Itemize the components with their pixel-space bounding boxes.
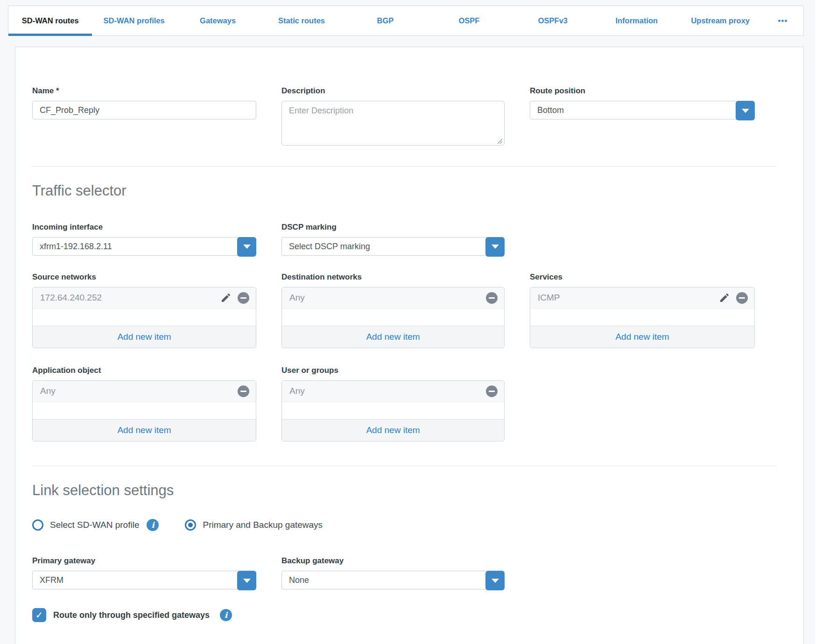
dscp-marking-field-group: DSCP marking Select DSCP marking xyxy=(281,223,505,256)
tab-ospf[interactable]: OSPF xyxy=(427,6,511,35)
traffic-selects-row: Incoming interface xfrm1-192.168.2.11 DS… xyxy=(32,223,787,256)
tab-bgp[interactable]: BGP xyxy=(344,6,427,35)
edit-icon[interactable] xyxy=(220,292,232,303)
tab-label: Information xyxy=(615,16,658,25)
tab-label: Gateways xyxy=(200,16,236,25)
tab-label: Static routes xyxy=(278,16,325,25)
name-input[interactable] xyxy=(32,101,256,119)
services-listbox: ICMP Add new item xyxy=(530,287,755,348)
source-networks-label: Source networks xyxy=(32,273,256,282)
primary-gateway-label: Primary gateway xyxy=(32,556,256,566)
incoming-interface-value: xfrm1-192.168.2.11 xyxy=(33,238,256,255)
section-divider xyxy=(32,166,777,167)
incoming-interface-select[interactable]: xfrm1-192.168.2.11 xyxy=(32,237,256,256)
description-field-group: Description xyxy=(281,86,505,147)
backup-gateway-field-group: Backup gateway None xyxy=(281,556,505,589)
tab-sd-wan-profiles[interactable]: SD-WAN profiles xyxy=(92,6,176,35)
radio-label: Primary and Backup gateways xyxy=(203,520,323,530)
chevron-down-icon[interactable] xyxy=(485,237,505,257)
more-tabs-button[interactable]: ••• xyxy=(762,6,803,35)
application-object-listbox: Any Add new item xyxy=(32,380,256,441)
chevron-down-icon[interactable] xyxy=(736,101,755,120)
chevron-down-icon[interactable] xyxy=(485,571,505,590)
route-position-select[interactable]: Bottom xyxy=(530,101,755,119)
primary-gateway-field-group: Primary gateway XFRM xyxy=(32,556,256,589)
tab-label: SD-WAN profiles xyxy=(104,16,165,25)
listbox-empty-area xyxy=(33,402,256,419)
list-item: Any xyxy=(282,287,504,309)
backup-gateway-select[interactable]: None xyxy=(281,571,505,589)
backup-gateway-value: None xyxy=(282,571,504,589)
list-item: Any xyxy=(33,381,256,402)
add-new-item-button[interactable]: Add new item xyxy=(282,326,504,348)
tab-sd-wan-routes[interactable]: SD-WAN routes xyxy=(8,6,92,35)
services-label: Services xyxy=(530,273,755,282)
list-item-value: Any xyxy=(289,386,486,396)
route-only-checkbox[interactable]: ✓ xyxy=(32,608,46,622)
chevron-down-icon[interactable] xyxy=(237,571,256,590)
application-object-group: Application object Any Add new item xyxy=(32,366,256,441)
incoming-interface-label: Incoming interface xyxy=(32,223,256,232)
listbox-empty-area xyxy=(282,309,504,326)
application-users-row: Application object Any Add new item User… xyxy=(32,366,787,441)
tab-static-routes[interactable]: Static routes xyxy=(260,6,343,35)
primary-gateway-value: XFRM xyxy=(33,571,256,589)
services-group: Services ICMP Add new item xyxy=(530,273,755,348)
user-or-groups-group: User or groups Any Add new item xyxy=(281,366,505,441)
tab-label: OSPF xyxy=(458,16,479,25)
tab-ospfv3[interactable]: OSPFv3 xyxy=(511,6,595,35)
backup-gateway-label: Backup gateway xyxy=(281,556,505,566)
description-textarea[interactable] xyxy=(281,101,505,146)
add-new-item-button[interactable]: Add new item xyxy=(33,326,256,348)
add-new-item-button[interactable]: Add new item xyxy=(530,326,754,348)
info-icon[interactable]: i xyxy=(147,519,159,531)
source-networks-listbox: 172.64.240.252 Add new item xyxy=(32,287,256,348)
user-or-groups-listbox: Any Add new item xyxy=(281,380,505,441)
destination-networks-group: Destination networks Any Add new item xyxy=(281,273,505,348)
general-settings-row: Name * Description Route position Bottom xyxy=(32,86,787,147)
chevron-down-icon[interactable] xyxy=(237,237,256,257)
primary-gateway-select[interactable]: XFRM xyxy=(32,571,256,589)
traffic-selector-heading: Traffic selector xyxy=(32,182,787,199)
user-or-groups-label: User or groups xyxy=(281,366,505,375)
radio-select-sdwan-profile[interactable] xyxy=(32,519,43,531)
destination-networks-label: Destination networks xyxy=(281,273,505,282)
application-object-label: Application object xyxy=(32,366,256,375)
tab-label: SD-WAN routes xyxy=(22,16,79,25)
networks-services-row: Source networks 172.64.240.252 Add new i… xyxy=(32,273,787,348)
incoming-interface-field-group: Incoming interface xfrm1-192.168.2.11 xyxy=(32,223,256,256)
gateways-row: Primary gateway XFRM Backup gateway None xyxy=(32,556,787,589)
source-networks-group: Source networks 172.64.240.252 Add new i… xyxy=(32,273,256,348)
remove-item-icon[interactable] xyxy=(486,385,498,397)
ellipsis-icon: ••• xyxy=(778,16,788,26)
tab-label: BGP xyxy=(377,16,394,25)
link-selection-radio-row: Select SD-WAN profile i Primary and Back… xyxy=(32,519,787,531)
info-icon[interactable]: i xyxy=(220,609,232,621)
remove-item-icon[interactable] xyxy=(736,292,748,304)
dscp-marking-label: DSCP marking xyxy=(281,223,505,232)
list-item: 172.64.240.252 xyxy=(33,287,256,309)
list-item: ICMP xyxy=(530,287,754,309)
list-item-value: Any xyxy=(40,386,238,396)
route-position-value: Bottom xyxy=(530,101,754,119)
remove-item-icon[interactable] xyxy=(238,292,249,304)
radio-primary-backup-gateways[interactable] xyxy=(185,519,196,531)
route-only-row: ✓ Route only through specified gateways … xyxy=(32,608,787,622)
listbox-empty-area xyxy=(282,402,504,419)
tab-gateways[interactable]: Gateways xyxy=(176,6,260,35)
list-item: Any xyxy=(282,381,504,402)
remove-item-icon[interactable] xyxy=(486,292,498,304)
add-new-item-button[interactable]: Add new item xyxy=(33,419,256,441)
list-item-value: 172.64.240.252 xyxy=(40,293,220,303)
remove-item-icon[interactable] xyxy=(238,385,249,397)
tab-upstream-proxy[interactable]: Upstream proxy xyxy=(679,6,762,35)
routing-tab-bar: SD-WAN routes SD-WAN profiles Gateways S… xyxy=(8,6,804,36)
add-new-item-button[interactable]: Add new item xyxy=(282,419,504,441)
edit-icon[interactable] xyxy=(719,292,730,303)
name-field-group: Name * xyxy=(32,86,256,147)
dscp-marking-select[interactable]: Select DSCP marking xyxy=(281,237,505,256)
link-selection-heading: Link selection settings xyxy=(32,482,787,499)
name-label: Name * xyxy=(32,86,256,96)
section-divider xyxy=(32,466,777,466)
tab-information[interactable]: Information xyxy=(595,6,678,35)
